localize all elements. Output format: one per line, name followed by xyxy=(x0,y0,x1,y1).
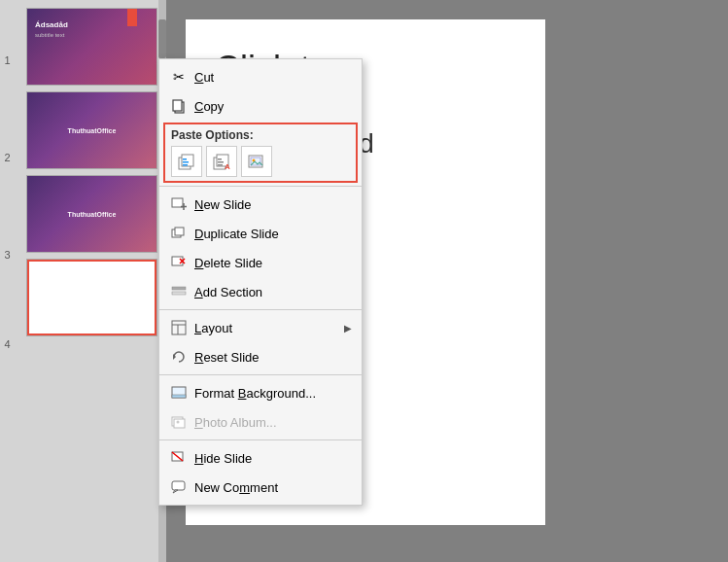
menu-label-hide-slide: Hide Slide xyxy=(194,451,352,466)
menu-item-format-background[interactable]: Format Background... xyxy=(159,378,362,407)
svg-rect-11 xyxy=(218,164,223,166)
svg-rect-20 xyxy=(175,228,184,235)
slide-thumb-1[interactable]: Ádsadåd subtitle text xyxy=(26,8,157,86)
svg-rect-4 xyxy=(183,158,187,160)
menu-item-add-section[interactable]: Add Section xyxy=(159,277,362,306)
menu-label-format-background: Format Background... xyxy=(194,386,352,401)
svg-rect-31 xyxy=(172,395,186,398)
svg-rect-37 xyxy=(172,481,185,490)
paste-icon-1[interactable] xyxy=(171,146,202,177)
menu-label-layout: Layout xyxy=(194,321,344,335)
new-comment-icon xyxy=(169,477,189,497)
menu-label-add-section: Add Section xyxy=(194,285,352,299)
thumb-1-subtitle: subtitle text xyxy=(35,32,64,38)
slide-thumb-4[interactable] xyxy=(26,259,157,336)
svg-rect-21 xyxy=(172,257,183,265)
menu-label-delete-slide: Delete Slide xyxy=(194,256,352,270)
svg-rect-25 xyxy=(172,292,186,295)
menu-item-copy[interactable]: Copy xyxy=(159,91,362,121)
add-section-icon xyxy=(169,282,189,301)
svg-rect-1 xyxy=(173,100,182,111)
slide-number-2: 2 xyxy=(4,152,10,163)
menu-label-reset-slide: Reset Slide xyxy=(194,350,352,365)
svg-rect-9 xyxy=(218,158,222,160)
separator-2 xyxy=(159,309,362,310)
context-menu: ✂ Cut Copy Paste Options: xyxy=(158,58,363,506)
paste-icons-row: A xyxy=(171,146,350,177)
menu-item-layout[interactable]: Layout ▶ xyxy=(159,313,362,342)
svg-rect-16 xyxy=(172,198,183,207)
scroll-handle[interactable] xyxy=(158,19,166,58)
menu-label-cut: Cut xyxy=(194,70,352,85)
delete-slide-icon xyxy=(169,253,189,272)
separator-1 xyxy=(159,186,362,187)
menu-label-photo-album: Photo Album... xyxy=(194,415,352,430)
layout-icon xyxy=(169,318,189,337)
separator-4 xyxy=(159,439,362,440)
menu-item-new-comment[interactable]: New Comment xyxy=(159,473,362,502)
cut-icon: ✂ xyxy=(169,67,189,87)
menu-item-delete-slide[interactable]: Delete Slide xyxy=(159,248,362,277)
menu-item-new-slide[interactable]: New Slide xyxy=(159,190,362,219)
slide-thumb-2[interactable]: ThuthuatOffice xyxy=(26,91,157,169)
menu-label-duplicate-slide: Duplicate Slide xyxy=(194,227,352,241)
svg-rect-26 xyxy=(172,321,186,334)
duplicate-slide-icon xyxy=(169,224,189,243)
slides-panel: Ádsadåd subtitle text ThuthuatOffice Thu… xyxy=(15,0,158,562)
slide-number-3: 3 xyxy=(4,249,10,261)
menu-label-new-comment: New Comment xyxy=(194,480,352,495)
paste-options-section: Paste Options: A xyxy=(163,123,358,183)
paste-icon-2[interactable]: A xyxy=(206,146,237,177)
menu-label-new-slide: New Slide xyxy=(194,197,352,212)
svg-rect-5 xyxy=(183,161,189,163)
copy-icon xyxy=(169,96,189,116)
slide-number-1: 1 xyxy=(4,54,10,66)
menu-item-hide-slide[interactable]: Hide Slide xyxy=(159,443,362,473)
layout-submenu-arrow: ▶ xyxy=(344,323,352,334)
svg-point-34 xyxy=(177,421,180,424)
slide-number-4: 4 xyxy=(4,338,10,350)
svg-rect-10 xyxy=(218,161,224,163)
paste-icon-3[interactable] xyxy=(241,146,272,177)
slide-numbers-column: 1 2 3 4 xyxy=(0,0,15,562)
menu-item-duplicate-slide[interactable]: Duplicate Slide xyxy=(159,219,362,248)
thumb-1-title: Ádsadåd xyxy=(35,20,68,29)
svg-text:A: A xyxy=(225,162,230,171)
menu-item-photo-album[interactable]: Photo Album... xyxy=(159,407,362,437)
new-slide-icon xyxy=(169,194,189,214)
menu-item-reset-slide[interactable]: Reset Slide xyxy=(159,342,362,371)
paste-options-label: Paste Options: xyxy=(171,128,350,142)
menu-item-cut[interactable]: ✂ Cut xyxy=(159,62,362,91)
format-background-icon xyxy=(169,383,189,403)
hide-slide-icon xyxy=(169,448,189,468)
photo-album-icon xyxy=(169,412,189,432)
menu-label-copy: Copy xyxy=(194,99,352,114)
reset-slide-icon xyxy=(169,347,189,367)
svg-rect-33 xyxy=(174,419,185,428)
svg-rect-24 xyxy=(172,287,186,290)
separator-3 xyxy=(159,374,362,375)
slide-thumb-3[interactable]: ThuthuatOffice xyxy=(26,175,157,253)
thumb-2-logo: ThuthuatOffice xyxy=(68,127,117,134)
thumb-3-logo: ThuthuatOffice xyxy=(68,211,117,218)
svg-rect-6 xyxy=(183,164,188,166)
